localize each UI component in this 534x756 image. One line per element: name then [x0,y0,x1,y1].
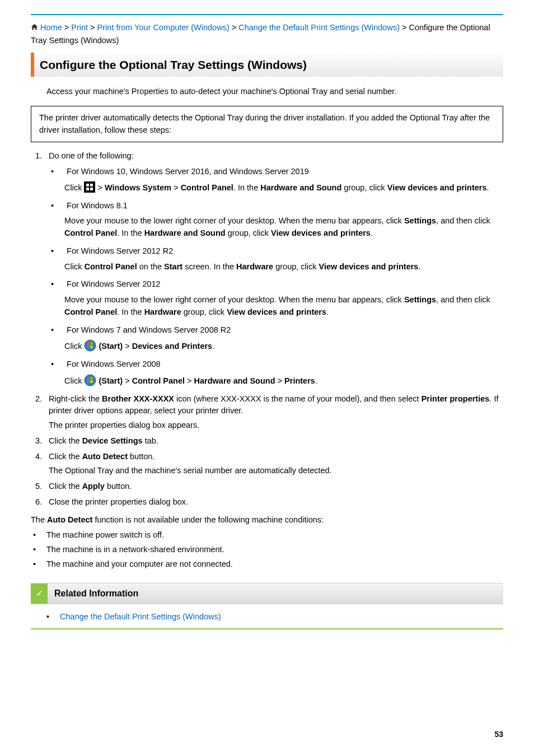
breadcrumb: Home > Print > Print from Your Computer … [31,22,503,47]
page-title-bar: Configure the Optional Tray Settings (Wi… [31,53,503,77]
svg-rect-1 [86,184,89,186]
breadcrumb-sep: > [64,23,72,32]
breadcrumb-sep: > [402,23,409,32]
svg-rect-7 [90,342,93,345]
after-note: The Auto Detect function is not availabl… [31,514,503,526]
breadcrumb-print[interactable]: Print [71,23,88,32]
step-5: Click the Apply button. [44,480,503,493]
breadcrumb-sep: > [90,23,97,32]
related-info-bar: ✓ Related Information [31,583,503,604]
cond-3: The machine and your computer are not co… [31,558,503,571]
start-orb-icon [84,339,96,352]
breadcrumb-home[interactable]: Home [40,23,62,32]
cond-2: The machine is in a network-shared envir… [31,544,503,556]
os-body: Click > Windows System > Control Panel. … [64,181,503,194]
step-6: Close the printer properties dialog box. [44,496,503,508]
note-text: The printer driver automatically detects… [39,113,490,134]
os-head: For Windows 10, Windows Server 2016, and… [67,167,309,176]
cond-1: The machine power switch is off. [31,529,503,542]
svg-rect-0 [84,181,95,193]
related-title: Related Information [48,584,145,604]
os-body: Click (Start) > Devices and Printers. [64,339,503,353]
os-body: Move your mouse to the lower right corne… [64,215,503,240]
start-orb-icon [84,374,96,386]
step-3: Click the Device Settings tab. [44,435,503,447]
svg-rect-3 [86,188,89,190]
step-2: Right-click the Brother XXX-XXXX icon (w… [44,393,503,432]
svg-rect-12 [90,377,93,380]
os-body: Click Control Panel on the Start screen.… [64,261,503,273]
svg-rect-8 [87,346,90,348]
step1-lead: Do one of the following: [49,151,134,160]
step2-result: The printer properties dialog box appear… [49,419,503,432]
related-link[interactable]: Change the Default Print Settings (Windo… [60,612,221,621]
breadcrumb-change-default[interactable]: Change the Default Print Settings (Windo… [238,23,400,32]
os-win7: For Windows 7 and Windows Server 2008 R2… [49,324,503,353]
svg-rect-14 [90,380,93,383]
page-number: 53 [494,729,503,740]
note-box: The printer driver automatically detects… [31,106,503,143]
os-2012r2: For Windows Server 2012 R2 Click Control… [49,245,503,273]
os-2012: For Windows Server 2012 Move your mouse … [49,278,503,318]
os-win81: For Windows 8.1 Move your mouse to the l… [49,200,503,240]
os-body: Move your mouse to the lower right corne… [64,294,503,319]
home-icon[interactable] [31,22,38,35]
os-body: Click (Start) > Control Panel > Hardware… [64,374,503,388]
svg-rect-4 [90,188,93,190]
svg-rect-11 [87,377,90,380]
breadcrumb-sep: > [232,23,239,32]
windows-tile-icon [84,181,95,193]
os-head: For Windows Server 2012 [67,279,161,288]
os-head: For Windows Server 2008 [67,360,161,368]
os-win10: For Windows 10, Windows Server 2016, and… [49,166,503,194]
svg-rect-6 [87,342,90,345]
svg-rect-2 [90,184,93,186]
svg-rect-13 [87,380,90,383]
step-4: Click the Auto Detect button. The Option… [44,451,503,478]
step-1: Do one of the following: For Windows 10,… [44,150,503,387]
os-2008: For Windows Server 2008 Click (Start) > … [49,358,503,388]
os-head: For Windows 8.1 [67,201,128,210]
related-item: Change the Default Print Settings (Windo… [46,611,503,623]
check-icon: ✓ [31,584,48,604]
breadcrumb-from-pc[interactable]: Print from Your Computer (Windows) [97,23,229,32]
step4-result: The Optional Tray and the machine's seri… [49,465,503,477]
svg-rect-9 [90,346,93,348]
intro-text: Access your machine's Properties to auto… [46,86,503,98]
os-head: For Windows Server 2012 R2 [67,246,173,255]
os-head: For Windows 7 and Windows Server 2008 R2 [67,325,231,334]
page-title: Configure the Optional Tray Settings (Wi… [40,56,498,74]
